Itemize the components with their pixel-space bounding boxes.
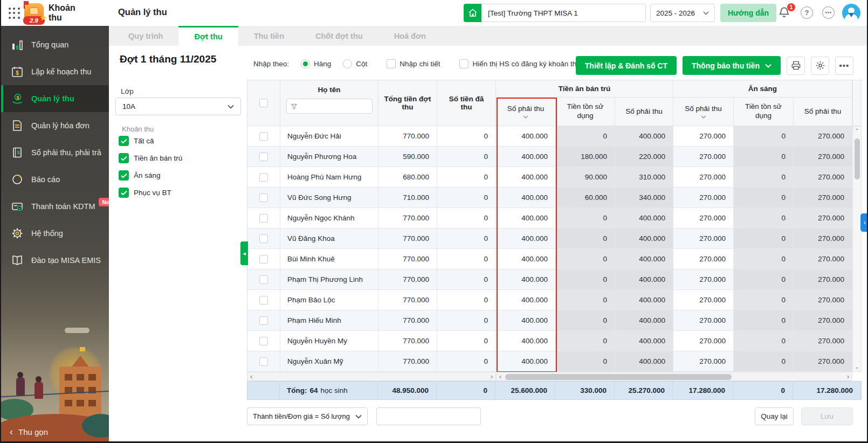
checkbox-detail[interactable]: Nhập chi tiết	[387, 59, 440, 68]
sidebar-item-tong-quan[interactable]: Tổng quan	[1, 31, 109, 58]
cell-so-phai-thu-bt[interactable]: 400.000	[496, 208, 556, 229]
row-checkbox[interactable]	[259, 193, 268, 202]
fee-option-an-sang[interactable]: Ăn sáng	[119, 170, 182, 181]
tab-quy-trinh[interactable]: Quy trình	[113, 26, 178, 46]
sidebar-item-quan-ly-thu[interactable]: $ Quản lý thu	[1, 85, 109, 112]
sidebar-item-bao-cao[interactable]: Báo cáo	[1, 166, 109, 193]
scroll-left-icon[interactable]: ‹	[250, 373, 252, 380]
home-icon[interactable]	[464, 4, 481, 22]
subcolumn-so-phai-thu-as[interactable]: Số phải thu	[673, 98, 734, 126]
notifications-button[interactable]: 1	[778, 5, 793, 20]
sidebar-item-he-thong[interactable]: Hệ thống	[1, 220, 109, 247]
more-options-button[interactable]: ⋯	[822, 6, 835, 19]
v-scrollbar-thumb[interactable]	[855, 139, 860, 179]
help-button[interactable]: ?	[801, 6, 813, 19]
row-checkbox[interactable]	[259, 296, 268, 304]
sidebar-collapse-button[interactable]: ‹ Thu gọn	[10, 427, 48, 437]
scroll-up-icon[interactable]: ⌃	[855, 128, 859, 134]
scroll-right-icon[interactable]: ›	[847, 373, 849, 380]
class-select[interactable]: 10A	[115, 98, 241, 115]
cell-so-phai-thu-as[interactable]: 270.000	[673, 249, 734, 269]
row-checkbox[interactable]	[259, 337, 268, 345]
print-button[interactable]	[787, 57, 805, 75]
cell-so-phai-thu-as[interactable]: 270.000	[673, 147, 734, 167]
cell-so-phai-thu-as[interactable]: 270.000	[673, 126, 734, 147]
cell-so-phai-thu-as[interactable]: 270.000	[673, 208, 734, 229]
column-header-paid[interactable]: Số tiền đã thu	[437, 80, 496, 126]
fee-option-phuc-vu-bt[interactable]: Phục vụ BT	[119, 188, 182, 198]
row-checkbox[interactable]	[259, 132, 268, 141]
sidebar-item-so-phai-thu-phai-tra[interactable]: $ Sổ phải thu, phải trả	[1, 139, 109, 166]
select-all-checkbox[interactable]	[259, 99, 268, 107]
sidebar-item-dao-tao-misa-emis[interactable]: Đào tạo MISA EMIS	[1, 247, 109, 274]
cell-so-phai-thu-as[interactable]: 270.000	[673, 310, 734, 331]
column-header-total[interactable]: Tổng tiền đợt thu	[378, 80, 437, 126]
tab-thu-tien[interactable]: Thu tiền	[238, 26, 300, 46]
row-checkbox[interactable]	[259, 316, 268, 325]
subcolumn-so-phai-thu-bt-2[interactable]: Số phải thu	[615, 98, 673, 126]
row-checkbox[interactable]	[259, 234, 268, 243]
subcolumn-so-phai-thu-as-2[interactable]: Số phải thu	[794, 98, 852, 126]
cell-so-phai-thu-as[interactable]: 270.000	[673, 290, 734, 310]
filter-panel-collapse-handle[interactable]: ◂	[240, 241, 248, 265]
subcolumn-so-phai-thu-bt[interactable]: Số phải thu	[496, 98, 556, 126]
cell-so-phai-thu-bt[interactable]: 400.000	[496, 310, 556, 331]
h-scrollbar-thumb[interactable]	[505, 374, 732, 380]
cell-so-phai-thu-as[interactable]: 270.000	[673, 331, 734, 351]
cell-so-phai-thu-as[interactable]: 270.000	[673, 188, 734, 208]
back-button[interactable]: Quay lại	[755, 407, 794, 425]
cell-so-phai-thu-bt[interactable]: 400.000	[496, 331, 556, 351]
scroll-left-icon[interactable]: ‹	[499, 373, 501, 380]
fee-option-ban-tru[interactable]: Tiền ăn bán trú	[119, 153, 182, 163]
user-avatar[interactable]	[842, 4, 860, 22]
row-checkbox[interactable]	[259, 153, 268, 161]
cell-so-phai-thu-bt[interactable]: 400.000	[496, 147, 556, 167]
row-checkbox[interactable]	[259, 214, 268, 223]
h-scrollbar-fixed[interactable]: ‹ ›	[247, 372, 496, 381]
settings-button[interactable]	[811, 57, 829, 75]
cell-so-phai-thu-bt[interactable]: 400.000	[496, 290, 556, 310]
setup-number-button[interactable]: Thiết lập & Đánh số CT	[576, 56, 677, 75]
h-scrollbar-scrollable[interactable]: ‹ ›	[496, 372, 852, 381]
tab-dot-thu[interactable]: Đợt thu	[178, 26, 238, 46]
row-checkbox[interactable]	[259, 173, 268, 182]
cell-so-phai-thu-bt[interactable]: 400.000	[496, 229, 556, 249]
cell-so-phai-thu-as[interactable]: 270.000	[673, 351, 734, 372]
checkbox-registered-students[interactable]: Hiển thị HS có đăng ký khoản thu	[459, 59, 580, 68]
formula-value-input[interactable]	[376, 407, 481, 425]
cell-so-phai-thu-as[interactable]: 270.000	[673, 167, 734, 188]
subcolumn-tien-ton-as[interactable]: Tiền tồn sử dụng	[734, 98, 794, 126]
row-checkbox[interactable]	[259, 255, 268, 264]
sidebar-item-lap-ke-hoach-thu[interactable]: $ Lập kế hoạch thu	[1, 58, 109, 85]
cell-so-phai-thu-bt[interactable]: 400.000	[496, 269, 556, 290]
cell-so-phai-thu-bt[interactable]: 400.000	[496, 351, 556, 372]
cell-so-phai-thu-bt[interactable]: 400.000	[496, 126, 556, 147]
tab-chot-dot-thu[interactable]: Chốt đợt thu	[300, 26, 378, 46]
tab-hoa-don[interactable]: Hoá đơn	[378, 26, 442, 46]
radio-column[interactable]: Cột	[343, 59, 367, 68]
scroll-down-icon[interactable]: ⌄	[855, 364, 859, 370]
save-button[interactable]: Lưu	[801, 407, 853, 425]
more-actions-button[interactable]: •••	[835, 57, 853, 75]
row-checkbox[interactable]	[259, 357, 268, 366]
cell-so-phai-thu-as[interactable]: 270.000	[673, 269, 734, 290]
cell-so-phai-thu-bt[interactable]: 400.000	[496, 188, 556, 208]
scroll-right-icon[interactable]: ›	[491, 373, 493, 380]
radio-row[interactable]: Hàng	[301, 59, 331, 68]
fee-option-all[interactable]: Tất cả	[119, 136, 182, 146]
row-checkbox[interactable]	[259, 275, 268, 284]
school-name[interactable]: [Test] Trường THPT MISA 1	[481, 4, 646, 22]
expand-panel-button[interactable]: ‹	[860, 213, 868, 232]
sidebar-item-thanh-toan-kdtm[interactable]: Thanh toán KDTM New	[1, 193, 109, 220]
app-grid-icon[interactable]	[9, 8, 20, 19]
subcolumn-tien-ton-bt[interactable]: Tiền tồn sử dụng	[556, 98, 615, 126]
v-scrollbar[interactable]: ⌃ ⌄	[852, 126, 862, 372]
cell-so-phai-thu-bt[interactable]: 400.000	[496, 167, 556, 188]
school-selector[interactable]: [Test] Trường THPT MISA 1	[464, 4, 646, 22]
formula-select[interactable]: Thành tiền/Đơn giá = Số lượng	[247, 407, 368, 425]
sidebar-item-quan-ly-hoa-don[interactable]: Quản lý hóa đơn	[1, 112, 109, 139]
cell-so-phai-thu-bt[interactable]: 400.000	[496, 249, 556, 269]
name-filter-input[interactable]	[286, 99, 373, 114]
school-year-select[interactable]: 2025 - 2026	[650, 4, 715, 22]
guide-button[interactable]: Hướng dẫn	[720, 4, 776, 22]
